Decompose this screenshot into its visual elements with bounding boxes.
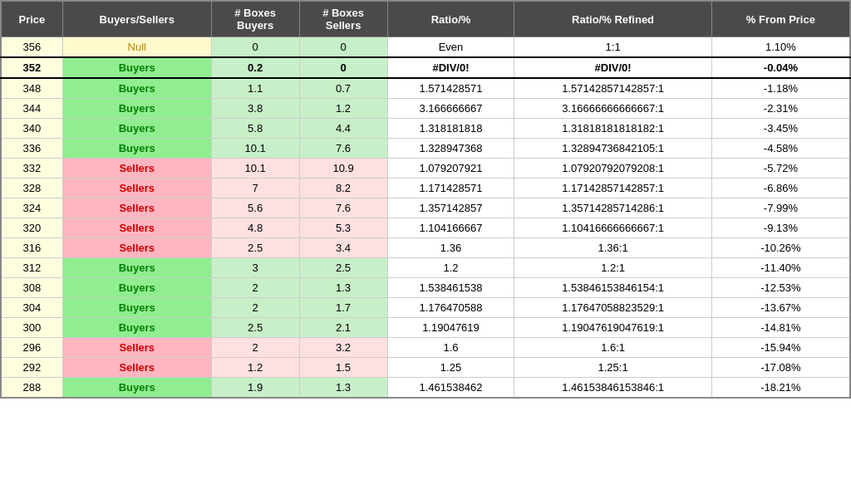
cell-ratio: #DIV/0! [387, 57, 514, 78]
cell-boxes-sellers: 8.2 [299, 179, 387, 198]
cell-boxes-sellers: 7.6 [299, 198, 387, 218]
cell-boxes-sellers: 3.2 [299, 338, 387, 358]
cell-from-price: -11.40% [711, 258, 850, 278]
cell-price: 336 [1, 139, 62, 159]
cell-ratio-refined: 1.10416666666667:1 [514, 218, 711, 238]
cell-buyers-sellers: Buyers [62, 78, 211, 99]
cell-boxes-sellers: 1.7 [299, 298, 387, 318]
cell-boxes-sellers: 1.3 [299, 378, 387, 399]
cell-from-price: -1.18% [711, 78, 850, 99]
cell-buyers-sellers: Buyers [62, 99, 211, 119]
cell-ratio: 1.36 [387, 238, 514, 258]
cell-ratio-refined: 1.19047619047619:1 [514, 318, 711, 338]
cell-ratio-refined: 1.25:1 [514, 358, 711, 378]
cell-boxes-sellers: 0 [299, 37, 387, 58]
col-header-ratio-refined: Ratio/% Refined [514, 1, 711, 37]
cell-ratio: 1.19047619 [387, 318, 514, 338]
cell-from-price: -6.86% [711, 179, 850, 198]
cell-boxes-buyers: 10.1 [211, 159, 299, 179]
cell-ratio-refined: 3.16666666666667:1 [514, 99, 711, 119]
cell-from-price: -13.67% [711, 298, 850, 318]
cell-ratio-refined: 1.36:1 [514, 238, 711, 258]
cell-from-price: -0.04% [711, 57, 850, 78]
cell-boxes-buyers: 1.2 [211, 358, 299, 378]
cell-boxes-buyers: 2.5 [211, 318, 299, 338]
cell-from-price: -10.26% [711, 238, 850, 258]
cell-ratio: 1.171428571 [387, 179, 514, 198]
cell-ratio-refined: 1.32894736842105:1 [514, 139, 711, 159]
cell-boxes-buyers: 3 [211, 258, 299, 278]
cell-buyers-sellers: Null [62, 37, 211, 58]
cell-ratio: 1.328947368 [387, 139, 514, 159]
cell-ratio: 1.461538462 [387, 378, 514, 399]
cell-boxes-buyers: 3.8 [211, 99, 299, 119]
cell-boxes-buyers: 2.5 [211, 238, 299, 258]
cell-price: 332 [1, 159, 62, 179]
cell-buyers-sellers: Sellers [62, 198, 211, 218]
cell-ratio-refined: 1.53846153846154:1 [514, 278, 711, 298]
cell-boxes-buyers: 1.9 [211, 378, 299, 399]
cell-buyers-sellers: Buyers [62, 378, 211, 399]
cell-price: 324 [1, 198, 62, 218]
cell-boxes-sellers: 7.6 [299, 139, 387, 159]
cell-buyers-sellers: Buyers [62, 278, 211, 298]
cell-ratio-refined: 1.31818181818182:1 [514, 119, 711, 139]
cell-ratio-refined: 1:1 [514, 37, 711, 58]
cell-ratio-refined: 1.46153846153846:1 [514, 378, 711, 399]
cell-ratio: 1.25 [387, 358, 514, 378]
cell-boxes-buyers: 2 [211, 338, 299, 358]
col-header-buyers-sellers: Buyers/Sellers [62, 1, 211, 37]
cell-buyers-sellers: Sellers [62, 159, 211, 179]
cell-buyers-sellers: Buyers [62, 57, 211, 78]
cell-price: 348 [1, 78, 62, 99]
cell-from-price: -9.13% [711, 218, 850, 238]
cell-boxes-sellers: 1.2 [299, 99, 387, 119]
cell-price: 300 [1, 318, 62, 338]
cell-ratio: 1.6 [387, 338, 514, 358]
cell-ratio: 1.079207921 [387, 159, 514, 179]
cell-price: 316 [1, 238, 62, 258]
cell-ratio: 3.166666667 [387, 99, 514, 119]
cell-ratio-refined: 1.07920792079208:1 [514, 159, 711, 179]
cell-ratio-refined: 1.17647058823529:1 [514, 298, 711, 318]
cell-boxes-buyers: 1.1 [211, 78, 299, 99]
cell-price: 320 [1, 218, 62, 238]
cell-price: 328 [1, 179, 62, 198]
cell-boxes-buyers: 5.6 [211, 198, 299, 218]
cell-ratio: 1.571428571 [387, 78, 514, 99]
cell-ratio: 1.357142857 [387, 198, 514, 218]
cell-buyers-sellers: Sellers [62, 358, 211, 378]
cell-buyers-sellers: Sellers [62, 218, 211, 238]
cell-price: 344 [1, 99, 62, 119]
cell-boxes-sellers: 2.5 [299, 258, 387, 278]
cell-from-price: 1.10% [711, 37, 850, 58]
main-container: Price Buyers/Sellers # BoxesBuyers # Box… [0, 0, 851, 399]
cell-boxes-buyers: 0 [211, 37, 299, 58]
cell-boxes-buyers: 10.1 [211, 139, 299, 159]
cell-price: 292 [1, 358, 62, 378]
cell-boxes-sellers: 1.3 [299, 278, 387, 298]
cell-ratio-refined: 1.35714285714286:1 [514, 198, 711, 218]
cell-boxes-sellers: 5.3 [299, 218, 387, 238]
cell-ratio: 1.176470588 [387, 298, 514, 318]
cell-from-price: -7.99% [711, 198, 850, 218]
col-header-from-price: % From Price [711, 1, 850, 37]
cell-from-price: -2.31% [711, 99, 850, 119]
cell-from-price: -18.21% [711, 378, 850, 399]
cell-price: 308 [1, 278, 62, 298]
cell-ratio-refined: 1.2:1 [514, 258, 711, 278]
cell-ratio: 1.104166667 [387, 218, 514, 238]
cell-boxes-buyers: 7 [211, 179, 299, 198]
cell-boxes-sellers: 0 [299, 57, 387, 78]
cell-buyers-sellers: Buyers [62, 139, 211, 159]
cell-boxes-buyers: 2 [211, 278, 299, 298]
cell-price: 304 [1, 298, 62, 318]
cell-ratio: Even [387, 37, 514, 58]
cell-buyers-sellers: Buyers [62, 318, 211, 338]
data-table: Price Buyers/Sellers # BoxesBuyers # Box… [0, 0, 851, 399]
cell-buyers-sellers: Sellers [62, 238, 211, 258]
cell-from-price: -15.94% [711, 338, 850, 358]
cell-boxes-sellers: 1.5 [299, 358, 387, 378]
cell-boxes-sellers: 2.1 [299, 318, 387, 338]
cell-boxes-sellers: 0.7 [299, 78, 387, 99]
